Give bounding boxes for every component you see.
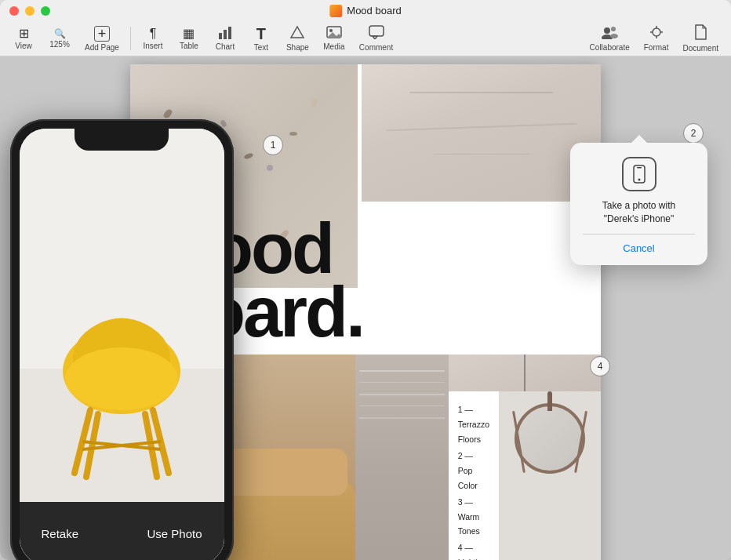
toolbar-insert[interactable]: ¶ Insert [136, 24, 170, 53]
camera-popup: Take a photo with "Derek's iPhone" Cance… [570, 143, 707, 265]
popup-text-line2: "Derek's iPhone" [604, 213, 675, 224]
svg-rect-7 [369, 26, 384, 36]
top-right-image [362, 64, 601, 202]
iphone-bottom-bar: Retake Use Photo [20, 502, 224, 560]
badge-4-text: 4 [598, 361, 603, 372]
toolbar-format[interactable]: Format [638, 22, 675, 55]
svg-rect-2 [228, 27, 231, 39]
main-window: Mood board ⊞ View 🔍 125% + Add Page ¶ In… [0, 0, 731, 560]
page-badge-2: 2 [683, 123, 704, 144]
chart-icon [218, 27, 232, 41]
iphone-photo [20, 129, 224, 560]
toolbar-collaborate[interactable]: Collaborate [584, 22, 636, 55]
iphone-popup-icon [622, 157, 656, 191]
media-label: Media [323, 42, 344, 51]
svg-point-9 [604, 27, 610, 34]
zoom-icon: 🔍 [54, 29, 66, 38]
bottom-right-area: 1 — Terrazzo Floors 2 — Pop Color 3 — Wa… [449, 355, 601, 560]
iphone-body: Retake Use Photo [10, 119, 234, 560]
badge-1-text: 1 [271, 140, 276, 151]
window-controls [9, 6, 50, 16]
collaborate-label: Collaborate [590, 43, 630, 52]
svg-point-10 [611, 27, 616, 31]
toolbar-table[interactable]: ▦ Table [172, 24, 206, 53]
svg-rect-0 [219, 33, 222, 39]
window-title-text: Mood board [347, 5, 401, 16]
toolbar-view[interactable]: ⊞ View [6, 24, 41, 53]
pages-app-icon [329, 5, 342, 17]
shape-label: Shape [286, 43, 309, 52]
bottom-center-image [355, 355, 449, 560]
titlebar-top: Mood board [0, 0, 731, 21]
media-icon [326, 26, 342, 41]
list-item-2: 2 — Pop Color [458, 449, 489, 493]
minimize-button[interactable] [25, 6, 35, 16]
mirror-image [499, 391, 601, 560]
toolbar-add-page[interactable]: + Add Page [78, 23, 125, 55]
svg-point-27 [638, 179, 640, 181]
zoom-label: 125% [49, 40, 70, 49]
list-item-3: 3 — Warm Tones [458, 495, 489, 540]
toolbar-text[interactable]: T Text [244, 23, 278, 55]
iphone-notch [75, 129, 169, 151]
svg-point-12 [610, 34, 618, 38]
collaborate-icon [601, 25, 618, 42]
popup-cancel-button[interactable]: Cancel [623, 242, 654, 254]
add-page-label: Add Page [85, 43, 119, 52]
table-label: Table [180, 42, 198, 50]
window-title: Mood board [329, 5, 401, 17]
document-label: Document [682, 44, 718, 53]
retake-button[interactable]: Retake [42, 527, 79, 540]
close-button[interactable] [9, 6, 19, 16]
comment-icon [369, 25, 384, 42]
page-badge-1: 1 [263, 135, 283, 155]
text-label: Text [254, 43, 268, 52]
svg-point-5 [329, 29, 333, 32]
insert-label: Insert [143, 42, 162, 50]
view-label: View [15, 42, 32, 50]
document-icon [694, 24, 707, 42]
badge-2-text: 2 [691, 128, 696, 139]
toolbar-shape[interactable]: Shape [280, 22, 315, 55]
toolbar: ⊞ View 🔍 125% + Add Page ¶ Insert ▦ Tabl… [0, 21, 731, 56]
svg-marker-3 [291, 27, 304, 38]
svg-rect-1 [224, 30, 227, 39]
text-icon: T [256, 26, 266, 42]
svg-point-13 [653, 28, 660, 36]
list-item-4: 4 — Lighting & Decor [458, 540, 489, 560]
list-item-1: 1 — Terrazzo Floors [458, 402, 489, 447]
toolbar-document[interactable]: Document [676, 21, 725, 56]
toolbar-zoom[interactable]: 🔍 125% [42, 26, 77, 52]
use-photo-button[interactable]: Use Photo [147, 527, 202, 540]
popup-take-photo-text: Take a photo with "Derek's iPhone" [602, 199, 675, 226]
popup-divider [583, 234, 695, 235]
format-icon [649, 25, 664, 42]
svg-rect-28 [637, 167, 642, 169]
iphone-screen: Retake Use Photo [20, 129, 224, 560]
maximize-button[interactable] [41, 6, 50, 16]
chart-label: Chart [216, 42, 235, 51]
lamp-image [449, 355, 601, 391]
comment-label: Comment [359, 43, 393, 52]
popup-caret [631, 135, 647, 143]
toolbar-chart[interactable]: Chart [208, 24, 242, 54]
main-content: Mood Board. [0, 56, 731, 560]
table-icon: ▦ [183, 27, 195, 40]
popup-text-line1: Take a photo with [602, 200, 675, 211]
mood-board-list: 1 — Terrazzo Floors 2 — Pop Color 3 — Wa… [449, 391, 499, 560]
shape-icon [289, 25, 305, 42]
chair-image [51, 293, 192, 500]
canvas-area[interactable]: Mood Board. [0, 56, 731, 560]
toolbar-media[interactable]: Media [317, 23, 351, 54]
view-icon: ⊞ [19, 27, 29, 40]
page-badge-4: 4 [590, 356, 610, 376]
svg-marker-8 [373, 36, 377, 39]
svg-point-19 [65, 347, 178, 410]
svg-marker-6 [327, 32, 341, 38]
format-label: Format [644, 43, 669, 52]
toolbar-separator-1 [130, 27, 131, 50]
toolbar-comment[interactable]: Comment [353, 22, 399, 55]
iphone-overlay: Retake Use Photo [0, 104, 243, 560]
insert-icon: ¶ [150, 27, 157, 40]
titlebar: Mood board ⊞ View 🔍 125% + Add Page ¶ In… [0, 0, 731, 56]
